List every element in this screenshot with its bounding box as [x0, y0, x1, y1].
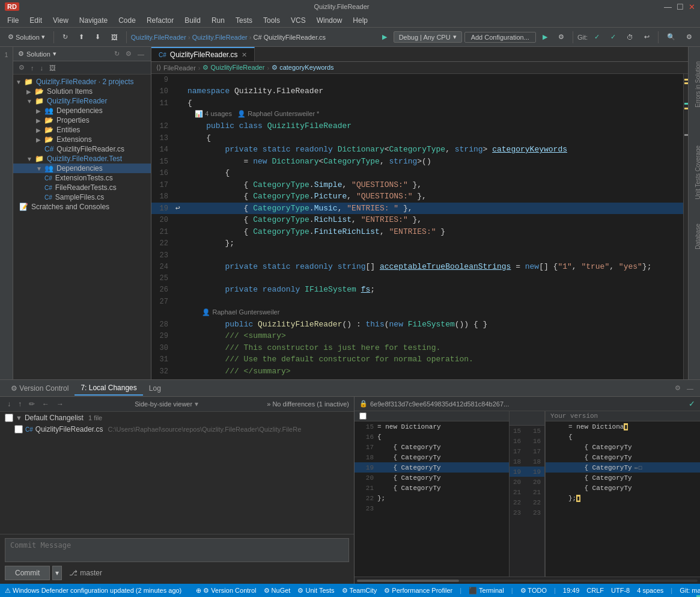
tree-item-properties[interactable]: ▶ 📂 Properties [13, 115, 151, 125]
panel-btn-1[interactable]: ⚙ [17, 63, 26, 72]
status-todo[interactable]: ⚙ TODO [520, 587, 547, 595]
tree-item-extension-tests[interactable]: C# ExtensionTests.cs [13, 173, 151, 183]
panel-btn-4[interactable]: 🖼 [47, 63, 58, 72]
bottom-settings-btn[interactable]: ⚙ [673, 384, 683, 393]
status-encoding[interactable]: UTF-8 [611, 587, 630, 594]
vc-up-btn[interactable]: ↑ [16, 399, 24, 409]
status-nuget[interactable]: ⚙ NuGet [264, 587, 291, 595]
menu-build[interactable]: Build [180, 15, 205, 26]
tree-item-filereader-tests[interactable]: C# FileReaderTests.cs [13, 183, 151, 192]
commit-button[interactable]: Commit [5, 566, 50, 580]
solution-icon: ⚙ [18, 50, 24, 58]
tab-log[interactable]: Log [143, 382, 167, 395]
file-checkbox[interactable] [14, 425, 23, 433]
debug-config-dropdown[interactable]: Debug | Any CPU ▾ [394, 31, 462, 43]
menu-tests[interactable]: Tests [231, 15, 257, 26]
tree-item-solution[interactable]: ▼ 📁 Quizlity.FileReader · 2 projects [13, 77, 151, 87]
git-check-1[interactable]: ✓ [590, 31, 604, 43]
panel-settings-btn[interactable]: ⚙ [124, 49, 133, 58]
diff-left-panel[interactable]: 15 = new Dictionary 16 { 17 { CategoryTy… [355, 411, 509, 577]
run-button[interactable]: ▶ [378, 31, 391, 43]
menu-refactor[interactable]: Refactor [142, 15, 178, 26]
commit-message-input[interactable] [5, 538, 349, 562]
editor-tabs: C# QuizlityFileReader.cs ✕ [151, 47, 688, 62]
maximize-button[interactable]: ☐ [677, 2, 684, 11]
run-play-button[interactable]: ▶ [538, 31, 552, 43]
vc-back-btn[interactable]: ← [40, 399, 52, 409]
git-check-2[interactable]: ✓ [606, 31, 620, 43]
diff-scrollbar[interactable] [355, 577, 700, 584]
toolbar-settings[interactable]: ⚙ [682, 31, 696, 43]
toolbar-up[interactable]: ⬆ [75, 31, 88, 43]
git-undo[interactable]: ↩ [640, 31, 654, 43]
errors-in-solution-tab[interactable]: Errors in Solution [695, 59, 700, 110]
tree-item-sample-files[interactable]: C# SampleFiles.cs [13, 192, 151, 202]
tree-item-dependencies[interactable]: ▶ 👥 Dependencies [13, 106, 151, 115]
commit-dropdown-button[interactable]: ▾ [52, 566, 62, 580]
status-version-control[interactable]: ⊕ ⚙ Version Control [196, 587, 256, 595]
status-unit-tests[interactable]: ⚙ Unit Tests [297, 587, 334, 595]
diff-icon-edit[interactable]: ✏☐ [635, 464, 642, 471]
menu-view[interactable]: View [48, 15, 73, 26]
menu-help[interactable]: Help [348, 15, 373, 26]
status-terminal[interactable]: ⬛ Terminal [469, 587, 504, 595]
status-notification: ⚠ Windows Defender configuration updated… [5, 587, 181, 595]
tree-item-main-cs[interactable]: C# QuizlityFileReader.cs [13, 144, 151, 154]
tree-item-scratches[interactable]: 📝 Scratches and Consoles [13, 202, 151, 212]
diff-left-checkbox[interactable] [359, 412, 367, 420]
tree-item-solution-items[interactable]: ▶ 📂 Solution Items [13, 87, 151, 96]
toolbar-image[interactable]: 🖼 [107, 32, 122, 43]
tab-version-control[interactable]: ⚙ Version Control [5, 382, 75, 395]
left-strip-icon-1[interactable]: 1 [1, 49, 12, 60]
status-indent[interactable]: 4 spaces [637, 587, 663, 594]
tree-item-project-main[interactable]: ▼ 📁 Quizlity.FileReader [13, 96, 151, 106]
tree-arrow-solution-items: ▶ [26, 88, 34, 95]
menu-window[interactable]: Window [312, 15, 347, 26]
close-button[interactable]: ✕ [689, 2, 695, 11]
add-configuration-button[interactable]: Add Configuration... [464, 32, 536, 43]
tree-item-test-project[interactable]: ▼ 📁 Quizlity.FileReader.Test [13, 154, 151, 164]
status-teamcity[interactable]: ⚙ TeamCity [342, 587, 377, 595]
solution-items-icon: 📂 [35, 87, 44, 96]
panel-minimize-btn[interactable]: — [136, 49, 146, 58]
file-row[interactable]: C# QuizlityFileReader.cs C:\Users\Raphae… [0, 424, 354, 435]
code-editor[interactable]: 9 10 namespace Quizlity.FileReader 11 { [151, 74, 683, 379]
database-tab[interactable]: Database [695, 221, 700, 252]
toolbar-down[interactable]: ⬇ [91, 31, 105, 43]
entities-icon: 📂 [44, 126, 53, 134]
tree-item-extensions[interactable]: ▶ 📂 Extensions [13, 135, 151, 144]
toolbar-sync[interactable]: ↻ [58, 31, 72, 43]
unit-tests-coverage-tab[interactable]: Unit Tests Coverage [695, 143, 700, 202]
menu-file[interactable]: File [2, 15, 23, 26]
solution-dropdown[interactable]: ⚙ Solution ▾ [4, 31, 49, 43]
diff-right-panel[interactable]: Your version = new Dictiona▮ { { Categor… [545, 411, 700, 577]
menu-code[interactable]: Code [114, 15, 141, 26]
minimize-button[interactable]: — [664, 2, 672, 11]
panel-btn-3[interactable]: ↓ [38, 63, 46, 72]
vc-refresh-btn[interactable]: ↓ [5, 399, 13, 409]
commit-area: Commit ▾ ⎇ master [0, 534, 354, 584]
vc-forward-btn[interactable]: → [54, 399, 66, 409]
editor-tab-main[interactable]: C# QuizlityFileReader.cs ✕ [151, 47, 255, 61]
tab-close-button[interactable]: ✕ [242, 51, 247, 59]
tab-local-changes[interactable]: 7: Local Changes [75, 381, 142, 396]
tree-item-test-dependencies[interactable]: ▼ 👥 Dependencies [13, 164, 151, 173]
panel-sync-btn[interactable]: ↻ [112, 49, 121, 58]
menu-navigate[interactable]: Navigate [75, 15, 112, 26]
toolbar-search[interactable]: 🔍 [663, 31, 680, 43]
menu-run[interactable]: Run [207, 15, 230, 26]
panel-btn-2[interactable]: ↑ [29, 63, 36, 72]
status-performance[interactable]: ⚙ Performance Profiler [384, 587, 452, 595]
changelist-checkbox[interactable] [5, 414, 13, 422]
toolbar-gear[interactable]: ⚙ [554, 31, 568, 43]
changelist-row[interactable]: ▼ Default Changelist 1 file [0, 412, 354, 424]
menu-tools[interactable]: Tools [258, 15, 285, 26]
vc-edit-btn[interactable]: ✏ [26, 399, 37, 409]
menu-vcs[interactable]: VCS [286, 15, 311, 26]
changelist-label: Default Changelist [25, 414, 84, 422]
bottom-minimize-btn[interactable]: — [685, 384, 695, 393]
status-line-ending[interactable]: CRLF [586, 587, 604, 594]
git-history[interactable]: ⏱ [622, 32, 638, 43]
tree-item-entities[interactable]: ▶ 📂 Entities [13, 125, 151, 135]
menu-edit[interactable]: Edit [25, 15, 47, 26]
